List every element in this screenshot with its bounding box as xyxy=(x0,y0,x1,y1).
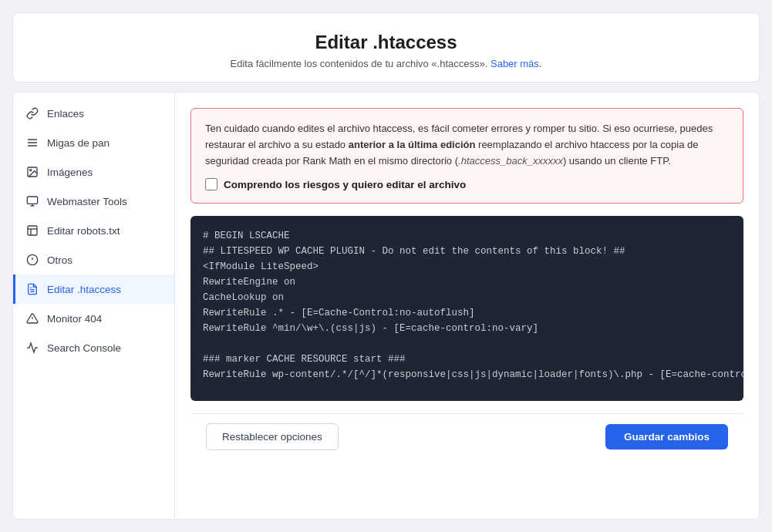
saber-mas-link[interactable]: Saber más xyxy=(491,58,539,69)
warning-text: Ten cuidado cuando edites el archivo hta… xyxy=(205,121,729,169)
header-card: Editar .htaccess Edita fácilmente los co… xyxy=(12,12,760,82)
save-button[interactable]: Guardar cambios xyxy=(605,424,728,450)
otros-icon xyxy=(25,253,39,267)
svg-point-4 xyxy=(30,170,32,171)
images-icon xyxy=(25,165,39,179)
code-editor[interactable]: # BEGIN LSCACHE ## LITESPEED WP CACHE PL… xyxy=(190,216,743,401)
sidebar-item-migas[interactable]: Migas de pan xyxy=(13,128,174,157)
sidebar: Enlaces Migas de pan xyxy=(13,93,175,519)
webmaster-icon xyxy=(25,194,39,208)
warning-box: Ten cuidado cuando edites el archivo hta… xyxy=(190,108,743,204)
sidebar-label-otros: Otros xyxy=(47,254,72,266)
sidebar-item-imagenes[interactable]: Imágenes xyxy=(13,157,174,187)
sidebar-label-enlaces: Enlaces xyxy=(47,108,84,120)
sidebar-label-monitor404: Monitor 404 xyxy=(47,313,102,325)
sidebar-item-webmaster[interactable]: Webmaster Tools xyxy=(13,187,174,216)
sidebar-label-robots: Editar robots.txt xyxy=(47,225,120,237)
checkbox-row: Comprendo los riesgos y quiero editar el… xyxy=(205,178,729,190)
sidebar-label-searchconsole: Search Console xyxy=(47,342,121,354)
htaccess-icon xyxy=(25,282,39,296)
sidebar-item-htaccess[interactable]: Editar .htaccess xyxy=(13,274,174,304)
sidebar-item-otros[interactable]: Otros xyxy=(13,245,174,274)
main-area: Enlaces Migas de pan xyxy=(12,92,760,520)
search-console-icon xyxy=(25,341,39,355)
monitor-icon xyxy=(25,311,39,325)
sidebar-label-migas: Migas de pan xyxy=(47,137,110,149)
svg-rect-8 xyxy=(28,226,37,235)
sidebar-item-searchconsole[interactable]: Search Console xyxy=(13,333,174,362)
breadcrumb-icon xyxy=(25,136,39,150)
sidebar-label-webmaster: Webmaster Tools xyxy=(47,196,127,207)
sidebar-label-imagenes: Imágenes xyxy=(47,167,93,178)
link-icon xyxy=(25,106,39,120)
sidebar-label-htaccess: Editar .htaccess xyxy=(47,284,121,295)
svg-rect-5 xyxy=(27,197,37,204)
robots-icon xyxy=(25,224,39,237)
checkbox-label[interactable]: Comprendo los riesgos y quiero editar el… xyxy=(224,179,466,190)
sidebar-item-monitor404[interactable]: Monitor 404 xyxy=(13,304,174,333)
header-subtitle: Edita fácilmente los contenidos de tu ar… xyxy=(29,58,743,69)
bottom-bar: Restablecer opciones Guardar cambios xyxy=(190,413,743,460)
reset-button[interactable]: Restablecer opciones xyxy=(206,423,339,450)
sidebar-item-robots[interactable]: Editar robots.txt xyxy=(13,216,174,245)
sidebar-item-enlaces[interactable]: Enlaces xyxy=(13,99,174,128)
page-title: Editar .htaccess xyxy=(29,32,743,53)
risk-checkbox[interactable] xyxy=(205,178,217,190)
content-panel: Ten cuidado cuando edites el archivo hta… xyxy=(175,93,759,519)
